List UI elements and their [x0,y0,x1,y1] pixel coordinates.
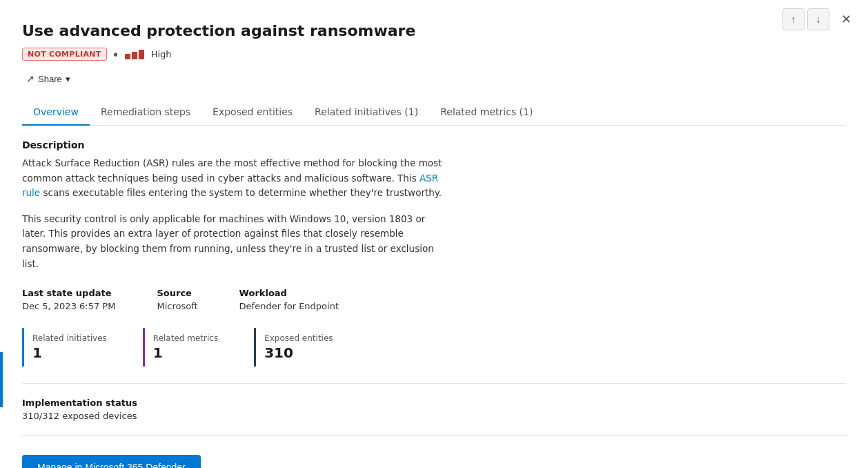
tab-related-metrics[interactable]: Related metrics (1) [429,99,544,126]
share-label: Share [38,74,62,84]
tab-exposed-entities[interactable]: Exposed entities [201,99,304,126]
description-para1: Attack Surface Reduction (ASR) rules are… [22,156,450,201]
implementation-section: Implementation status 310/312 exposed de… [22,398,846,421]
implementation-value: 310/312 exposed devices [22,411,846,421]
stat-initiatives-label: Related initiatives [32,333,107,343]
stat-related-metrics: Related metrics 1 [143,328,235,367]
meta-source: Source Microsoft [157,288,197,311]
share-chevron-icon: ▾ [66,74,70,84]
tab-remediation[interactable]: Remediation steps [90,99,201,126]
meta-grid: Last state update Dec 5, 2023 6:57 PM So… [22,288,846,311]
page-title: Use advanced protection against ransomwa… [22,22,846,39]
stat-exposed-entities: Exposed entities 310 [254,328,349,367]
close-button[interactable]: ✕ [835,8,857,30]
share-icon: ↗ [26,73,34,84]
stat-exposed-value: 310 [264,344,333,361]
meta-workload-value: Defender for Endpoint [239,301,339,311]
manage-button[interactable]: Manage in Microsoft 365 Defender [22,455,201,468]
meta-workload: Workload Defender for Endpoint [239,288,339,311]
stat-related-initiatives: Related initiatives 1 [22,328,124,367]
stat-initiatives-value: 1 [32,344,107,361]
stat-metrics-value: 1 [153,344,218,361]
severity-bar-2 [132,52,137,59]
meta-last-state-label: Last state update [22,288,115,298]
tab-overview[interactable]: Overview [22,99,90,126]
nav-icons: ↑ ↓ ✕ [782,8,857,30]
status-row: NOT COMPLIANT ● High [22,48,846,61]
left-accent-bar [0,352,3,407]
stat-metrics-label: Related metrics [153,333,218,343]
stats-row: Related initiatives 1 Related metrics 1 … [22,328,846,367]
description-title: Description [22,139,846,150]
severity-label: High [151,49,172,59]
description-text-part2: scans executable files entering the syst… [40,187,442,198]
meta-source-label: Source [157,288,197,298]
description-section: Description Attack Surface Reduction (AS… [22,139,846,201]
nav-up-button[interactable]: ↑ [782,8,805,30]
share-button[interactable]: ↗ Share ▾ [22,70,75,87]
meta-source-value: Microsoft [157,301,197,311]
severity-bar-1 [125,54,130,59]
description-text-part1: Attack Surface Reduction (ASR) rules are… [22,157,442,184]
divider [22,383,846,384]
share-row: ↗ Share ▾ [22,70,846,87]
tabs-container: Overview Remediation steps Exposed entit… [22,99,846,126]
description-section-2: This security control is only applicable… [22,212,846,271]
description-para2: This security control is only applicable… [22,212,450,271]
meta-last-state-value: Dec 5, 2023 6:57 PM [22,301,115,311]
implementation-label: Implementation status [22,398,846,408]
dot-separator: ● [114,52,118,57]
tab-related-initiatives[interactable]: Related initiatives (1) [304,99,429,126]
divider-2 [22,435,846,436]
main-content: Use advanced protection against ransomwa… [0,0,868,468]
meta-workload-label: Workload [239,288,339,298]
severity-bar-3 [139,50,144,59]
not-compliant-badge: NOT COMPLIANT [22,48,107,61]
stat-exposed-label: Exposed entities [264,333,333,343]
severity-bars [125,50,144,59]
nav-down-button[interactable]: ↓ [807,8,829,30]
meta-last-state: Last state update Dec 5, 2023 6:57 PM [22,288,115,311]
